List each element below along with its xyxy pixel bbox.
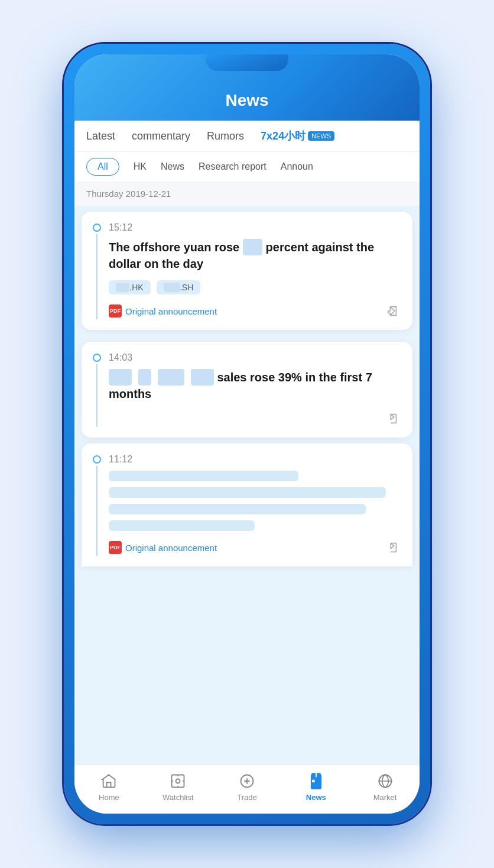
tag-hk-text — [116, 283, 129, 292]
filter-all[interactable]: All — [86, 158, 119, 176]
tag-sh-text — [164, 283, 180, 292]
filter-news[interactable]: News — [161, 161, 184, 172]
nav-home-label: Home — [99, 793, 119, 802]
svg-point-2 — [176, 779, 180, 783]
nav-home[interactable]: Home — [74, 772, 144, 802]
phone-frame: News Latest commentary Rumors 7x24小时 NEW… — [64, 44, 430, 824]
share-icon-1[interactable] — [384, 303, 401, 319]
nav-watchlist-label: Watchlist — [162, 793, 193, 802]
tab-rumors[interactable]: Rumors — [207, 130, 244, 142]
timeline-line-1 — [96, 234, 98, 319]
news-footer-3: PDF Original announcement — [109, 539, 401, 556]
blurred-percent — [243, 239, 262, 255]
timeline-3 — [92, 454, 102, 556]
nav-market-label: Market — [373, 793, 397, 802]
tab-latest[interactable]: Latest — [86, 130, 115, 142]
skeleton-bar-4 — [109, 520, 255, 531]
news-card-1[interactable]: 15:12 The offshore yuan rose percent aga… — [82, 212, 412, 330]
pdf-icon-3: PDF — [109, 541, 122, 554]
market-icon — [376, 772, 394, 790]
bottom-nav: Home Watchlist — [74, 765, 420, 814]
news-footer-2 — [109, 410, 401, 427]
share-icon-3[interactable] — [384, 539, 401, 556]
news-footer-1: PDF Original announcement — [109, 303, 401, 319]
nav-market[interactable]: Market — [350, 772, 420, 802]
watchlist-icon — [169, 772, 187, 790]
filter-research[interactable]: Research report — [199, 161, 266, 172]
timeline-dot-1 — [93, 224, 101, 232]
share-icon-2[interactable] — [384, 410, 401, 427]
news-time-1: 15:12 — [109, 222, 401, 233]
skeleton-bar-1 — [109, 471, 298, 481]
notch — [206, 54, 288, 71]
news-body-3: 11:12 PDF Original announcement — [109, 454, 401, 556]
announcement-link-1[interactable]: PDF Original announcement — [109, 305, 217, 318]
category-tabs: Latest commentary Rumors 7x24小时 NEWS — [74, 121, 420, 151]
home-icon — [100, 772, 118, 790]
tab-commentary[interactable]: commentary — [132, 130, 190, 142]
news-icon — [307, 772, 325, 790]
blurred-word4 — [191, 369, 214, 386]
timeline-1 — [92, 222, 102, 319]
news-body-1: 15:12 The offshore yuan rose percent aga… — [109, 222, 401, 319]
skeleton-bar-3 — [109, 504, 366, 514]
announcement-label-1: Original announcement — [125, 306, 217, 316]
filter-row: All HK News Research report Announ — [74, 151, 420, 182]
nav-news[interactable]: News — [281, 772, 350, 802]
news-card-2[interactable]: 14:03 sales rose 39% in the first 7 mont… — [82, 342, 412, 438]
filter-announ[interactable]: Announ — [281, 161, 313, 172]
announcement-label-3: Original announcement — [125, 543, 217, 553]
tag-sh[interactable]: .SH — [157, 280, 201, 294]
svg-rect-1 — [172, 775, 184, 788]
timeline-line-2 — [96, 364, 98, 427]
skeleton-bar-2 — [109, 487, 386, 498]
news-headline-1: The offshore yuan rose percent against t… — [109, 239, 401, 272]
news-card-3[interactable]: 11:12 PDF Original announcement — [82, 443, 412, 566]
timeline-dot-3 — [93, 455, 101, 464]
news-tags-1: .HK .SH — [109, 280, 401, 294]
news-list: 15:12 The offshore yuan rose percent aga… — [74, 206, 420, 765]
timeline-2 — [92, 352, 102, 427]
blurred-company — [109, 369, 132, 386]
nav-trade-label: Trade — [237, 793, 256, 802]
tag-hk[interactable]: .HK — [109, 280, 151, 294]
phone-screen: News Latest commentary Rumors 7x24小时 NEW… — [74, 54, 420, 814]
trade-icon — [238, 772, 256, 790]
pdf-icon-1: PDF — [109, 305, 122, 318]
nav-watchlist[interactable]: Watchlist — [144, 772, 213, 802]
page-title: News — [74, 84, 420, 121]
nav-news-label: News — [306, 793, 326, 802]
news-headline-2: sales rose 39% in the first 7 months — [109, 369, 401, 402]
news-time-2: 14:03 — [109, 352, 401, 363]
skeleton-lines — [109, 471, 401, 531]
date-bar: Thursday 2019-12-21 — [74, 182, 420, 206]
announcement-link-3[interactable]: PDF Original announcement — [109, 541, 217, 554]
tab-7x24[interactable]: 7x24小时 NEWS — [261, 129, 334, 143]
blurred-word3 — [158, 369, 184, 386]
svg-rect-4 — [312, 780, 315, 783]
filter-hk[interactable]: HK — [134, 161, 147, 172]
timeline-line-3 — [96, 466, 98, 556]
nav-trade[interactable]: Trade — [213, 772, 282, 802]
news-body-2: 14:03 sales rose 39% in the first 7 mont… — [109, 352, 401, 427]
blurred-word2 — [138, 369, 151, 386]
timeline-dot-2 — [93, 354, 101, 362]
news-time-3: 11:12 — [109, 454, 401, 465]
